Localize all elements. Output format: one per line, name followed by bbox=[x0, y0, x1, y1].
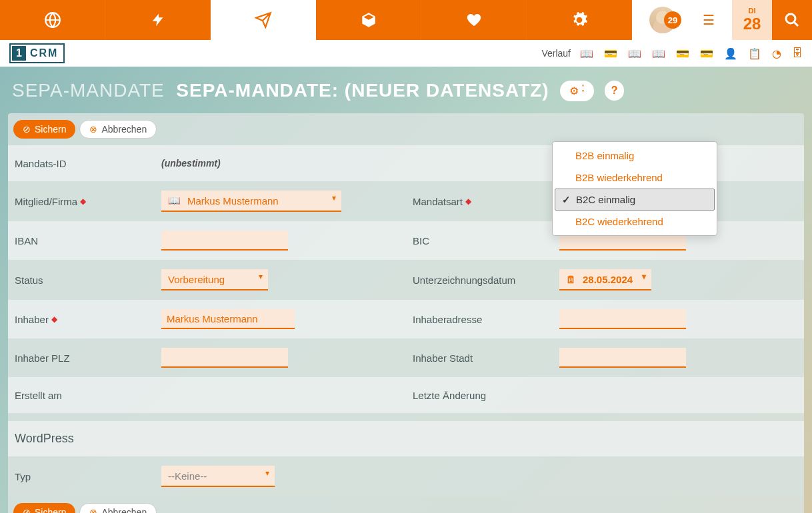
nav-heart[interactable] bbox=[421, 0, 527, 40]
owner-addr-input[interactable] bbox=[559, 309, 686, 329]
cancel-label: Abbrechen bbox=[101, 124, 147, 135]
save-button[interactable]: ⊘ Sichern bbox=[13, 120, 75, 139]
form-panel: ⊘ Sichern ⊗ Abbrechen Mandats-ID (unbest… bbox=[8, 113, 804, 513]
close-icon: ⊗ bbox=[89, 124, 97, 135]
close-icon: ⊗ bbox=[89, 507, 97, 513]
owner-city-input[interactable] bbox=[559, 348, 686, 368]
typ-label: Typ bbox=[8, 456, 155, 496]
history-icons: 📖 💳 📖 📖 💳 💳 👤 📋 ◔ 🗄 bbox=[580, 47, 803, 60]
wordpress-section-title: WordPress bbox=[8, 421, 804, 456]
status-label: Status bbox=[8, 260, 155, 300]
help-button[interactable]: ? bbox=[605, 81, 625, 101]
member-value: Markus Mustermann bbox=[187, 195, 279, 207]
date-day: 28 bbox=[743, 15, 761, 33]
nav-bolt[interactable] bbox=[105, 0, 211, 40]
mandate-id-value: (unbestimmt) bbox=[161, 158, 221, 169]
dropdown-option-b2b-einmalig[interactable]: B2B einmalig bbox=[553, 145, 717, 167]
date-dow: DI bbox=[749, 7, 756, 15]
iban-label: IBAN bbox=[8, 221, 155, 260]
nav-date[interactable]: DI 28 bbox=[732, 0, 772, 40]
sign-date-input[interactable]: 🗓 28.05.2024 bbox=[559, 269, 651, 290]
nav-user[interactable]: 29 ☰ bbox=[632, 0, 732, 40]
svg-point-1 bbox=[786, 14, 795, 23]
save-label: Sichern bbox=[35, 507, 66, 513]
bic-label: BIC bbox=[406, 221, 553, 260]
cancel-button[interactable]: ⊗ Abbrechen bbox=[79, 120, 157, 139]
nav-gear[interactable] bbox=[527, 0, 632, 40]
modified-label: Letzte Änderung bbox=[406, 377, 553, 413]
card-icon[interactable]: 💳 bbox=[604, 47, 617, 60]
member-label: Mitglied/Firma◆ bbox=[8, 181, 155, 221]
calendar-icon: 🗓 bbox=[566, 274, 576, 285]
top-nav: 29 ☰ DI 28 bbox=[0, 0, 812, 40]
hamburger-icon[interactable]: ☰ bbox=[703, 12, 715, 28]
card-icon-3[interactable]: 💳 bbox=[700, 47, 713, 60]
save-button-bottom[interactable]: ⊘ Sichern bbox=[13, 503, 75, 513]
page-title: SEPA-MANDATE SEPA-MANDATE: (NEUER DATENS… bbox=[12, 80, 549, 101]
member-select[interactable]: 📖 Markus Mustermann bbox=[161, 191, 341, 212]
required-icon: ◆ bbox=[51, 314, 57, 324]
notification-badge: 29 bbox=[664, 11, 681, 29]
logo-box: 1 bbox=[12, 46, 26, 61]
iban-input[interactable] bbox=[161, 231, 288, 251]
calc-icon[interactable]: 🗄 bbox=[792, 47, 803, 60]
page-title-bar: SEPA-MANDATE SEPA-MANDATE: (NEUER DATENS… bbox=[0, 67, 812, 113]
owner-plz-label: Inhaber PLZ bbox=[8, 338, 155, 377]
card-icon-2[interactable]: 💳 bbox=[676, 47, 689, 60]
mandate-id-label: Mandats-ID bbox=[8, 145, 155, 181]
action-bar-top: ⊘ Sichern ⊗ Abbrechen bbox=[8, 113, 804, 145]
dropdown-option-b2b-wiederkehrend[interactable]: B2B wiederkehrend bbox=[553, 167, 717, 189]
dropdown-option-b2c-einmalig[interactable]: B2C einmalig bbox=[555, 189, 715, 211]
logo[interactable]: 1 CRM bbox=[9, 43, 65, 63]
created-label: Erstellt am bbox=[8, 377, 155, 413]
owner-city-label: Inhaber Stadt bbox=[406, 338, 553, 377]
nav-search[interactable] bbox=[772, 0, 812, 40]
record-name: SEPA-MANDATE: (NEUER DATENSATZ) bbox=[176, 80, 549, 101]
clipboard-icon[interactable]: 📋 bbox=[748, 47, 761, 60]
person-icon[interactable]: 👤 bbox=[724, 47, 737, 60]
check-icon: ⊘ bbox=[23, 124, 31, 135]
logo-text: CRM bbox=[30, 47, 58, 59]
typ-value: --Keine-- bbox=[168, 470, 207, 482]
book-icon-2[interactable]: 📖 bbox=[628, 47, 641, 60]
gear-icon: ⚙ bbox=[569, 85, 579, 97]
sign-date-label: Unterzeichnungsdatum bbox=[406, 260, 553, 300]
status-value: Vorbereitung bbox=[168, 274, 225, 285]
pie-icon[interactable]: ◔ bbox=[772, 47, 781, 60]
verlauf-label: Verlauf bbox=[541, 48, 571, 59]
owner-plz-input[interactable] bbox=[161, 348, 288, 368]
owner-input[interactable] bbox=[161, 309, 295, 329]
required-icon: ◆ bbox=[80, 197, 86, 206]
cancel-button-bottom[interactable]: ⊗ Abbrechen bbox=[79, 503, 157, 513]
book-icon-3[interactable]: 📖 bbox=[652, 47, 665, 60]
sign-date-value: 28.05.2024 bbox=[583, 274, 633, 285]
book-icon: 📖 bbox=[168, 195, 181, 207]
gear-dropdown-button[interactable]: ⚙ ˅˅ bbox=[560, 81, 594, 101]
action-bar-bottom: ⊘ Sichern ⊗ Abbrechen bbox=[8, 496, 804, 513]
typ-select[interactable]: --Keine-- bbox=[161, 466, 275, 487]
owner-label: Inhaber◆ bbox=[8, 300, 155, 338]
book-icon[interactable]: 📖 bbox=[580, 47, 593, 60]
sub-bar: 1 CRM Verlauf 📖 💳 📖 📖 💳 💳 👤 📋 ◔ 🗄 bbox=[0, 40, 812, 67]
nav-send[interactable] bbox=[211, 0, 316, 40]
nav-package[interactable] bbox=[316, 0, 421, 40]
mandatsart-dropdown: B2B einmalig B2B wiederkehrend B2C einma… bbox=[552, 141, 717, 236]
required-icon: ◆ bbox=[465, 197, 471, 206]
module-name: SEPA-MANDATE bbox=[12, 80, 165, 101]
check-icon: ⊘ bbox=[23, 507, 31, 513]
nav-globe[interactable] bbox=[0, 0, 105, 40]
chevron-down-icon: ˅˅ bbox=[581, 85, 585, 96]
status-select[interactable]: Vorbereitung bbox=[161, 269, 268, 290]
cancel-label: Abbrechen bbox=[101, 507, 147, 513]
owner-addr-label: Inhaberadresse bbox=[406, 300, 553, 338]
save-label: Sichern bbox=[35, 124, 66, 135]
dropdown-option-b2c-wiederkehrend[interactable]: B2C wiederkehrend bbox=[553, 211, 717, 233]
mandatsart-label: Mandatsart◆ bbox=[406, 181, 553, 221]
